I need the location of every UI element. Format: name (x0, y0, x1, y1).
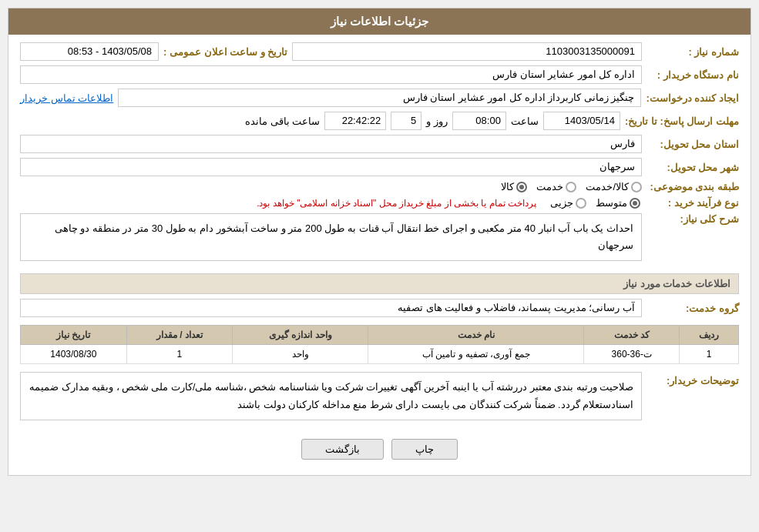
category-row: طبقه بندی موضوعی: کالا/خدمت خدمت کالا (20, 181, 739, 192)
col-date: تاریخ نیاز (21, 326, 127, 345)
creator-value: چنگیز زمانی کاربرداز اداره کل امور عشایر… (118, 89, 641, 107)
city-value: سرجهان (20, 158, 642, 176)
page-wrapper: جزئیات اطلاعات نیاز شماره نیاز : 1103003… (0, 0, 759, 532)
need-desc-label: شرح کلی نیاز: (646, 213, 739, 225)
cell-date: 1403/08/30 (21, 345, 127, 364)
col-service-code: کد خدمت (584, 326, 680, 345)
process-option-motavasset[interactable]: متوسط (596, 197, 640, 209)
need-desc-value: احداث یک باب آب انبار 40 متر مکعبی و اجر… (20, 213, 642, 261)
buyer-org-label: نام دستگاه خریدار : (646, 69, 739, 81)
need-number-value: 1103003135000091 (292, 42, 642, 61)
buyer-org-value: اداره کل امور عشایر استان فارس (20, 65, 642, 84)
buyer-notes-label: توضیحات خریدار: (646, 372, 739, 386)
page-title: جزئیات اطلاعات نیاز (8, 8, 751, 35)
deadline-row: مهلت ارسال پاسخ: تا تاریخ: 1403/05/14 سا… (20, 112, 739, 130)
deadline-label: مهلت ارسال پاسخ: تا تاریخ: (625, 115, 739, 127)
category-label-khedmat: خدمت (536, 181, 563, 192)
province-row: استان محل تحویل: فارس (20, 135, 739, 153)
city-label: شهر محل تحویل: (646, 162, 739, 173)
buyer-notes-value: صلاحیت ورتبه بندی معتبر دررشته آب یا این… (20, 372, 642, 420)
process-radio-motavasset (630, 198, 640, 209)
category-option-kala[interactable]: کالا (501, 181, 527, 192)
date-label: تاریخ و ساعت اعلان عمومی : (163, 46, 287, 58)
category-label-kala: کالا (501, 181, 514, 192)
main-container: جزئیات اطلاعات نیاز شماره نیاز : 1103003… (8, 8, 751, 476)
print-button[interactable]: چاپ (391, 439, 458, 460)
back-button[interactable]: بازگشت (301, 439, 384, 460)
table-header-row: ردیف کد خدمت نام خدمت واحد اندازه گیری ت… (21, 326, 739, 345)
services-section-header: اطلاعات خدمات مورد نیاز (20, 273, 739, 294)
process-row: نوع فرآیند خرید : متوسط جزیی پرداخت تمام… (20, 197, 739, 209)
province-label: استان محل تحویل: (646, 139, 739, 150)
province-value: فارس (20, 135, 642, 153)
service-group-label: گروه خدمت: (646, 303, 739, 314)
buyer-org-row: نام دستگاه خریدار : اداره کل امور عشایر … (20, 65, 739, 84)
cell-service-name: جمع آوری، تصفیه و تامین آب (368, 345, 584, 364)
creator-label: ایجاد کننده درخواست: (646, 92, 739, 104)
col-unit: واحد اندازه گیری (233, 326, 368, 345)
services-table: ردیف کد خدمت نام خدمت واحد اندازه گیری ت… (20, 325, 739, 364)
deadline-time-label: ساعت (511, 115, 539, 127)
category-option-kala-khedmat[interactable]: کالا/خدمت (586, 181, 642, 192)
col-row-num: ردیف (680, 326, 739, 345)
process-radio-jozi (576, 198, 586, 209)
category-label-kala-khedmat: کالا/خدمت (586, 181, 629, 192)
cell-service-code: ت-36-360 (584, 345, 680, 364)
contact-link[interactable]: اطلاعات تماس خریدار (20, 92, 113, 104)
service-group-value: آب رسانی؛ مدیریت پسماند، فاضلاب و فعالیت… (20, 299, 642, 317)
category-radio-kala-khedmat (631, 182, 642, 192)
cell-quantity: 1 (126, 345, 233, 364)
process-label-jozi: جزیی (550, 197, 573, 209)
category-option-khedmat[interactable]: خدمت (536, 181, 576, 192)
need-number-label: شماره نیاز : (646, 46, 739, 58)
process-note: پرداخت تمام یا بخشی از مبلغ خریداز محل "… (257, 198, 536, 209)
deadline-day-label: روز و (426, 115, 448, 127)
table-row: 1 ت-36-360 جمع آوری، تصفیه و تامین آب وا… (21, 345, 739, 364)
process-label: نوع فرآیند خرید : (646, 197, 739, 209)
process-label-motavasset: متوسط (596, 197, 627, 209)
deadline-days: 5 (391, 112, 421, 130)
category-radio-group: کالا/خدمت خدمت کالا (501, 181, 642, 192)
cell-unit: واحد (233, 345, 368, 364)
process-option-jozi[interactable]: جزیی (550, 197, 586, 209)
category-radio-kala (516, 182, 527, 192)
buyer-notes-row: توضیحات خریدار: صلاحیت ورتبه بندی معتبر … (20, 372, 739, 427)
cell-row-num: 1 (680, 345, 739, 364)
services-table-section: ردیف کد خدمت نام خدمت واحد اندازه گیری ت… (20, 325, 739, 364)
category-label: طبقه بندی موضوعی: (646, 181, 739, 192)
content-area: شماره نیاز : 1103003135000091 تاریخ و سا… (8, 35, 751, 475)
city-row: شهر محل تحویل: سرجهان (20, 158, 739, 176)
button-row: چاپ بازگشت (20, 431, 739, 467)
col-service-name: نام خدمت (368, 326, 584, 345)
need-desc-row: شرح کلی نیاز: احداث یک باب آب انبار 40 م… (20, 213, 739, 267)
deadline-date: 1403/05/14 (543, 112, 620, 130)
service-group-row: گروه خدمت: آب رسانی؛ مدیریت پسماند، فاضل… (20, 299, 739, 317)
date-value: 1403/05/08 - 08:53 (20, 42, 159, 61)
category-radio-khedmat (566, 182, 576, 192)
creator-row: ایجاد کننده درخواست: چنگیز زمانی کاربردا… (20, 89, 739, 107)
deadline-remaining-label: ساعت باقی مانده (245, 115, 320, 127)
deadline-remaining: 22:42:22 (324, 112, 386, 130)
need-number-row: شماره نیاز : 1103003135000091 تاریخ و سا… (20, 42, 739, 61)
process-radio-group: متوسط جزیی (550, 197, 640, 209)
col-quantity: تعداد / مقدار (126, 326, 233, 345)
deadline-time: 08:00 (452, 112, 506, 130)
